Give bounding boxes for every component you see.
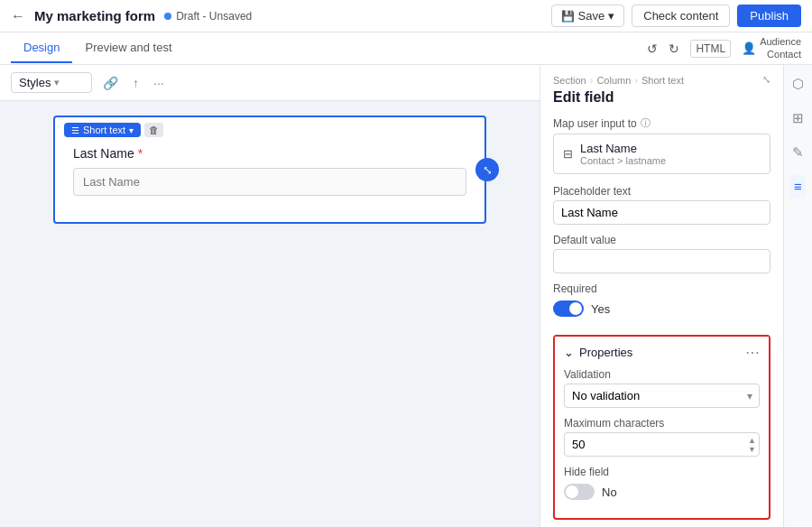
map-label-text: Map user input to	[553, 117, 637, 130]
short-text-toolbar: ☰ Short text ▾ 🗑	[55, 117, 484, 137]
short-text-badge[interactable]: ☰ Short text ▾	[64, 123, 141, 137]
more-button[interactable]: ···	[150, 74, 168, 92]
default-value-input[interactable]	[553, 249, 770, 273]
arrow-button[interactable]: ↑	[129, 74, 143, 92]
map-box[interactable]: ⊟ Last Name Contact > lastname	[553, 134, 770, 174]
validation-select-wrapper: No validation ▾	[564, 384, 760, 408]
back-icon: ←	[11, 8, 25, 24]
main-layout: Styles ▾ 🔗 ↑ ··· ☰ Short text ▾	[0, 65, 812, 527]
map-box-content: Last Name Contact > lastname	[580, 142, 666, 166]
tab-preview[interactable]: Preview and test	[72, 33, 184, 63]
save-chevron: ▾	[608, 9, 614, 23]
map-box-name: Last Name	[580, 142, 666, 155]
toolbar-row: Styles ▾ 🔗 ↑ ···	[0, 65, 540, 101]
more-icon: ···	[153, 76, 164, 90]
sidebar-icon-layout: ⬡	[792, 76, 804, 91]
canvas-handle[interactable]: ⤡	[475, 158, 499, 181]
audience-button[interactable]: 👤 Audience Contact	[742, 36, 801, 60]
draft-dot	[164, 13, 171, 20]
breadcrumb-short-text: Short text	[641, 75, 684, 86]
spin-up[interactable]: ▲	[748, 436, 756, 444]
validation-select[interactable]: No validation	[564, 384, 760, 408]
properties-header[interactable]: ⌄ Properties ⋯	[555, 337, 769, 368]
max-chars-input[interactable]	[564, 432, 760, 457]
sidebar-icon-4[interactable]: ≡	[790, 175, 806, 198]
map-field-icon: ⊟	[563, 147, 573, 161]
field-label-text: Last Name *	[73, 146, 466, 161]
breadcrumb-sep2: ›	[634, 75, 638, 86]
sidebar-icon-2[interactable]: ⊞	[789, 106, 807, 130]
spin-down[interactable]: ▼	[748, 445, 756, 453]
publish-button[interactable]: Publish	[737, 5, 801, 27]
map-box-path: Contact > lastname	[580, 155, 666, 166]
required-group: Required Yes	[553, 282, 770, 317]
back-button[interactable]: ←	[11, 8, 25, 24]
required-label: Required	[553, 282, 770, 295]
properties-more-icon[interactable]: ⋯	[745, 344, 760, 361]
short-text-label: Short text	[83, 125, 125, 135]
sidebar-icon-1[interactable]: ⬡	[789, 72, 807, 96]
placeholder-group: Placeholder text	[553, 185, 770, 225]
nav-right: ↺ ↻ HTML 👤 Audience Contact	[647, 36, 801, 60]
save-icon: 💾	[561, 10, 575, 23]
number-spinners: ▲ ▼	[748, 436, 756, 453]
styles-select[interactable]: Styles ▾	[11, 72, 92, 93]
sidebar-icon-edit: ✎	[792, 144, 804, 160]
max-chars-group: Maximum characters ▲ ▼	[564, 417, 760, 457]
topbar: ← My marketing form Draft - Unsaved 💾 Sa…	[0, 0, 812, 32]
canvas-area: ☰ Short text ▾ 🗑 Last Name *	[0, 101, 540, 527]
validation-group: Validation No validation ▾	[564, 368, 760, 408]
nav-left: Design Preview and test	[11, 33, 185, 63]
draft-badge: Draft - Unsaved	[164, 10, 252, 23]
audience-label: Audience Contact	[760, 36, 801, 60]
delete-field-button[interactable]: 🗑	[144, 123, 163, 137]
tab-design[interactable]: Design	[11, 33, 72, 63]
resize-icon: ⤡	[762, 74, 770, 86]
max-chars-label: Maximum characters	[564, 417, 760, 430]
sidebar-icon-add: ⊞	[792, 110, 804, 125]
redo-button[interactable]: ↻	[669, 42, 679, 56]
styles-chevron: ▾	[54, 77, 60, 88]
validation-label: Validation	[564, 368, 760, 381]
html-button[interactable]: HTML	[690, 40, 731, 58]
toggle-knob	[569, 302, 582, 315]
topbar-right: 💾 Save ▾ Check content Publish	[551, 5, 801, 27]
right-panel: Section › Column › Short text ⤡ Edit fie…	[540, 65, 783, 527]
field-content: Last Name *	[55, 137, 484, 214]
placeholder-input[interactable]	[553, 200, 770, 225]
short-text-chevron: ▾	[129, 125, 134, 135]
required-toggle[interactable]	[553, 300, 584, 317]
short-text-icon: ☰	[71, 125, 79, 135]
link-button[interactable]: 🔗	[99, 74, 122, 92]
page-title: My marketing form	[34, 8, 155, 23]
breadcrumb-section: Section	[553, 75, 586, 86]
field-input[interactable]	[73, 168, 466, 196]
properties-section: ⌄ Properties ⋯ Validation No validation …	[553, 335, 770, 520]
sidebar-icon-3[interactable]: ✎	[789, 141, 807, 164]
undo-button[interactable]: ↺	[647, 42, 658, 56]
breadcrumb: Section › Column › Short text ⤡	[553, 74, 770, 86]
hide-field-row: No	[564, 484, 760, 500]
hide-field-toggle[interactable]	[564, 484, 595, 500]
info-icon: ⓘ	[641, 116, 651, 130]
toggle-off-knob	[566, 485, 578, 498]
required-star: *	[138, 146, 143, 161]
nav-tabs: Design Preview and test ↺ ↻ HTML 👤 Audie…	[0, 32, 812, 65]
draft-label: Draft - Unsaved	[176, 10, 252, 23]
audience-icon: 👤	[742, 42, 756, 55]
no-label: No	[602, 485, 617, 499]
trash-icon: 🗑	[149, 125, 159, 135]
check-content-button[interactable]: Check content	[632, 5, 730, 27]
html-label: HTML	[696, 42, 725, 55]
redo-icon: ↻	[669, 42, 679, 56]
undo-icon: ↺	[647, 42, 658, 56]
placeholder-label: Placeholder text	[553, 185, 770, 198]
hide-field-group: Hide field No	[564, 466, 760, 500]
map-input-label: Map user input to ⓘ	[553, 116, 770, 130]
topbar-left: ← My marketing form Draft - Unsaved	[11, 8, 252, 24]
styles-label: Styles	[19, 76, 51, 89]
save-button[interactable]: 💾 Save ▾	[551, 5, 625, 27]
breadcrumb-column: Column	[596, 75, 631, 86]
form-canvas: ☰ Short text ▾ 🗑 Last Name *	[53, 116, 486, 224]
arrow-icon: ↑	[133, 76, 139, 90]
